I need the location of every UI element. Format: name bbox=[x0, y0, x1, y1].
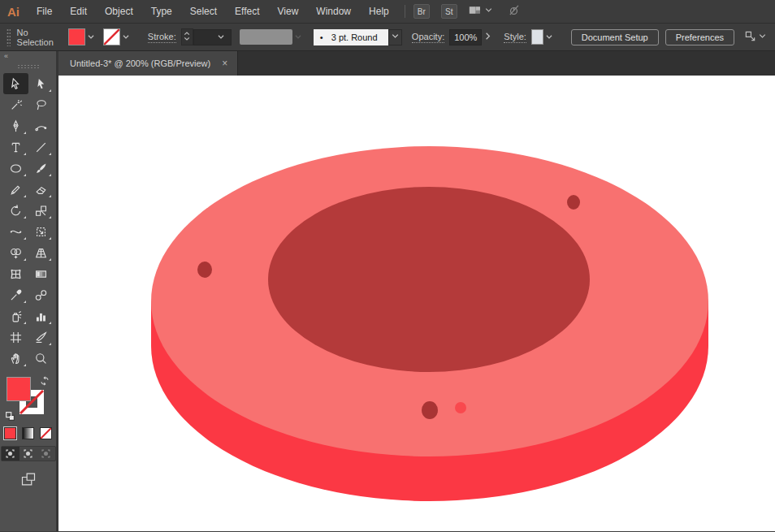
paintbrush-tool[interactable] bbox=[28, 158, 54, 179]
artboard-tool[interactable] bbox=[3, 327, 28, 348]
width-profile-preview[interactable] bbox=[240, 29, 292, 45]
menu-bar: Ai FileEditObjectTypeSelectEffectViewWin… bbox=[0, 0, 775, 24]
scale-tool[interactable] bbox=[28, 200, 54, 221]
document-setup-button[interactable]: Document Setup bbox=[571, 29, 659, 45]
control-panel-menu[interactable] bbox=[744, 30, 769, 44]
magic-wand-tool[interactable] bbox=[3, 94, 28, 115]
chevron-down-icon[interactable] bbox=[543, 31, 555, 43]
type-tool[interactable] bbox=[3, 136, 28, 158]
disc-inner-shape[interactable] bbox=[268, 187, 590, 372]
opacity-input[interactable]: 100% bbox=[449, 29, 482, 45]
zoom-tool[interactable] bbox=[28, 348, 54, 369]
opacity-panel-button[interactable] bbox=[482, 29, 494, 45]
shape-builder-tool[interactable] bbox=[3, 242, 28, 263]
ellipse-tool[interactable] bbox=[3, 158, 28, 179]
menu-item-effect[interactable]: Effect bbox=[226, 0, 268, 23]
default-fill-stroke-icon[interactable] bbox=[5, 410, 15, 421]
none-slash-icon bbox=[104, 29, 119, 45]
gradient-tool[interactable] bbox=[28, 263, 54, 284]
chevron-down-icon[interactable] bbox=[120, 31, 132, 43]
workspace-icon bbox=[469, 4, 481, 19]
eyedropper-tool[interactable] bbox=[3, 284, 28, 305]
dot-bottom-bright[interactable] bbox=[455, 402, 466, 413]
draw-behind-mode-button[interactable] bbox=[19, 447, 37, 461]
close-tab-icon[interactable]: × bbox=[222, 58, 227, 69]
swap-fill-stroke-icon[interactable] bbox=[39, 375, 50, 387]
draw-inside-mode-button[interactable] bbox=[37, 447, 55, 461]
chevron-down-icon bbox=[292, 31, 304, 43]
hand-tool[interactable] bbox=[3, 348, 28, 369]
selection-status: No Selection bbox=[17, 28, 55, 47]
none-button[interactable] bbox=[40, 427, 52, 439]
eraser-tool[interactable] bbox=[28, 179, 54, 200]
fill-color-swatch[interactable] bbox=[68, 28, 85, 45]
workspace-switcher[interactable] bbox=[469, 4, 495, 19]
menu-item-type[interactable]: Type bbox=[142, 0, 181, 23]
preferences-button[interactable]: Preferences bbox=[665, 29, 734, 45]
column-graph-tool[interactable] bbox=[28, 305, 54, 327]
document-tab-title: Untitled-3* @ 200% (RGB/Preview) bbox=[70, 58, 210, 68]
dot-bottom-dark[interactable] bbox=[422, 401, 438, 419]
change-screen-mode-button[interactable] bbox=[19, 471, 37, 491]
style-label[interactable]: Style: bbox=[504, 32, 526, 43]
panel-grip[interactable] bbox=[6, 28, 11, 46]
fill-stroke-proxy bbox=[5, 375, 52, 422]
pen-tool[interactable] bbox=[3, 115, 28, 136]
sync-settings[interactable] bbox=[508, 4, 520, 19]
stock-button[interactable]: St bbox=[441, 4, 457, 19]
toolbar-grip[interactable] bbox=[17, 64, 40, 68]
gradient-button[interactable] bbox=[22, 427, 34, 439]
width-tool[interactable] bbox=[3, 221, 28, 242]
draw-normal-mode-button[interactable] bbox=[2, 447, 19, 461]
chevron-down-icon bbox=[215, 31, 227, 43]
artwork bbox=[58, 76, 775, 531]
selection-tool[interactable] bbox=[3, 73, 28, 94]
menubar-divider bbox=[405, 5, 405, 18]
fill-proxy-swatch[interactable] bbox=[6, 377, 31, 401]
brush-dropdown-button[interactable] bbox=[388, 29, 402, 45]
direct-selection-tool[interactable] bbox=[28, 73, 54, 94]
pencil-tool[interactable] bbox=[3, 179, 28, 200]
menu-item-select[interactable]: Select bbox=[181, 0, 226, 23]
illustrator-logo: Ai bbox=[0, 5, 28, 19]
free-transform-tool[interactable] bbox=[28, 221, 54, 242]
stroke-weight-combo[interactable] bbox=[193, 29, 232, 45]
menu-item-file[interactable]: File bbox=[28, 0, 61, 23]
stroke-weight-stepper[interactable] bbox=[181, 28, 193, 45]
menu-item-help[interactable]: Help bbox=[360, 0, 398, 23]
blend-tool[interactable] bbox=[28, 284, 54, 305]
lasso-tool[interactable] bbox=[28, 94, 54, 115]
menu-item-edit[interactable]: Edit bbox=[61, 0, 96, 23]
toolbar-collapse-button[interactable]: « bbox=[0, 51, 56, 63]
dot-left[interactable] bbox=[197, 262, 212, 278]
color-button[interactable] bbox=[4, 427, 16, 439]
tools-panel: « bbox=[0, 51, 58, 531]
mesh-tool[interactable] bbox=[3, 263, 28, 284]
fill-color-control[interactable] bbox=[68, 28, 97, 45]
symbol-sprayer-tool[interactable] bbox=[3, 305, 28, 327]
bridge-button[interactable]: Br bbox=[413, 4, 430, 19]
control-bar: No Selection Stroke: • 3 pt. Round Opaci… bbox=[0, 24, 775, 51]
rotate-tool[interactable] bbox=[3, 200, 28, 221]
stroke-label[interactable]: Stroke: bbox=[148, 32, 176, 43]
brush-definition-combo[interactable]: • 3 pt. Round bbox=[314, 29, 402, 45]
menu-item-window[interactable]: Window bbox=[307, 0, 360, 23]
menu-item-object[interactable]: Object bbox=[96, 0, 142, 23]
graphic-style-swatch[interactable] bbox=[531, 29, 543, 45]
opacity-label[interactable]: Opacity: bbox=[412, 32, 444, 43]
brush-definition-value[interactable]: • 3 pt. Round bbox=[314, 29, 388, 45]
slice-tool[interactable] bbox=[28, 327, 54, 348]
chevron-down-icon bbox=[756, 30, 769, 44]
stroke-color-control[interactable] bbox=[103, 28, 132, 45]
chevron-down-icon[interactable] bbox=[85, 31, 97, 43]
artboard-canvas[interactable] bbox=[58, 76, 775, 531]
line-segment-tool[interactable] bbox=[28, 136, 54, 158]
dot-top-right[interactable] bbox=[567, 195, 580, 210]
curvature-tool[interactable] bbox=[28, 115, 54, 136]
chevron-right-icon bbox=[482, 30, 494, 44]
menu-item-view[interactable]: View bbox=[269, 0, 308, 23]
perspective-grid-tool[interactable] bbox=[28, 242, 54, 263]
brush-dot-icon: • bbox=[320, 32, 323, 42]
document-tab[interactable]: Untitled-3* @ 200% (RGB/Preview) × bbox=[58, 51, 238, 76]
stroke-none-swatch[interactable] bbox=[103, 28, 120, 45]
